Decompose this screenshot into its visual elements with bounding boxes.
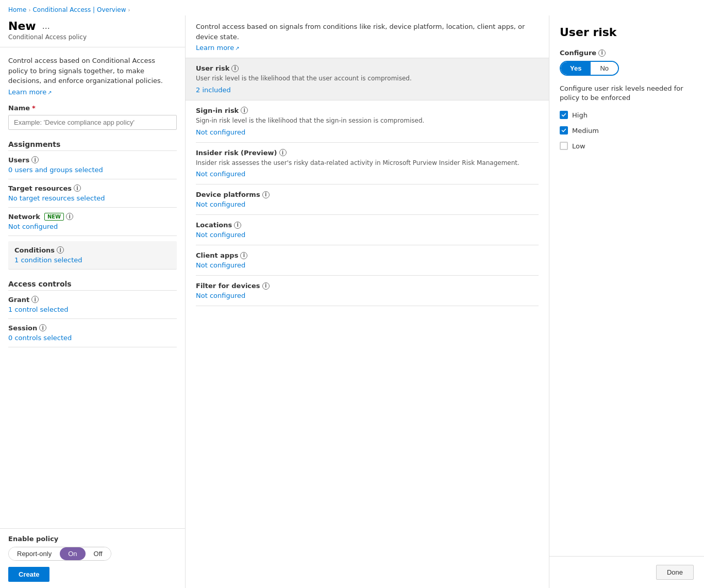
checkbox-label-low: Low [572, 142, 585, 150]
left-panel: New ... Conditional Access policy Contro… [0, 15, 186, 588]
condition-header-sign-in-risk: Sign-in riski [196, 107, 539, 114]
condition-value-device-platforms[interactable]: Not configured [196, 200, 539, 208]
configure-label: Configure i [560, 49, 694, 57]
condition-item-client-apps[interactable]: Client appsiNot configured [196, 245, 539, 276]
create-button[interactable]: Create [8, 567, 49, 582]
conditions-value[interactable]: 1 condition selected [14, 256, 171, 264]
left-learn-more[interactable]: Learn more [8, 88, 52, 96]
target-resources-info-icon: i [74, 184, 81, 192]
off-button[interactable]: Off [86, 547, 111, 560]
users-info-icon: i [31, 156, 39, 163]
risk-level-checkboxes: HighMediumLow [560, 111, 694, 150]
policy-name-input[interactable] [8, 115, 177, 130]
name-field-group: Name * [8, 104, 177, 130]
configure-description: Configure user risk levels needed for po… [560, 84, 694, 103]
yes-no-toggle: Yes No [560, 61, 619, 76]
session-value[interactable]: 0 controls selected [8, 334, 177, 342]
checkbox-item-medium: Medium [560, 126, 694, 135]
breadcrumb: Home › Conditional Access | Overview › [0, 0, 704, 15]
condition-header-device-platforms: Device platformsi [196, 191, 539, 198]
network-assignment: Network NEW i Not configured [8, 213, 177, 236]
condition-info-icon-locations: i [234, 222, 241, 229]
grant-value[interactable]: 1 control selected [8, 306, 177, 313]
enable-policy-label: Enable policy [8, 535, 177, 543]
condition-item-locations[interactable]: LocationsiNot configured [196, 215, 539, 245]
target-resources-label: Target resources i [8, 184, 177, 192]
done-button[interactable]: Done [656, 565, 694, 580]
condition-value-client-apps[interactable]: Not configured [196, 261, 539, 269]
condition-value-insider-risk[interactable]: Not configured [196, 170, 539, 178]
checkbox-label-high: High [572, 111, 588, 119]
condition-info-icon-filter-for-devices: i [262, 282, 270, 290]
condition-header-user-risk: User riski [196, 64, 539, 72]
breadcrumb-chevron-2: › [128, 7, 130, 13]
middle-content: User riskiUser risk level is the likelih… [186, 58, 549, 588]
page-subtitle: Conditional Access policy [8, 33, 177, 41]
enable-policy-bar: Enable policy Report-only On Off Create [0, 528, 185, 588]
right-panel: User risk Configure i Yes No Configure u… [549, 15, 704, 588]
condition-desc-insider-risk: Insider risk assesses the user's risky d… [196, 159, 539, 167]
condition-desc-sign-in-risk: Sign-in risk level is the likelihood tha… [196, 116, 539, 125]
checkbox-label-medium: Medium [572, 127, 599, 135]
network-value[interactable]: Not configured [8, 223, 177, 230]
condition-header-filter-for-devices: Filter for devicesi [196, 282, 539, 290]
condition-item-insider-risk[interactable]: Insider risk (Preview)iInsider risk asse… [196, 143, 539, 185]
right-panel-title: User risk [560, 26, 694, 39]
condition-info-icon-sign-in-risk: i [241, 107, 248, 114]
page-title: New [8, 20, 36, 32]
session-info-icon: i [39, 324, 46, 331]
on-button[interactable]: On [60, 547, 85, 560]
middle-description: Control access based on signals from con… [196, 22, 539, 42]
right-panel-footer: Done [549, 556, 704, 588]
checkbox-medium[interactable] [560, 126, 568, 135]
yes-button[interactable]: Yes [561, 62, 591, 75]
condition-header-client-apps: Client appsi [196, 251, 539, 259]
checkbox-low[interactable] [560, 142, 568, 150]
users-label: Users i [8, 156, 177, 164]
session-label: Session i [8, 324, 177, 332]
condition-header-insider-risk: Insider risk (Preview)i [196, 149, 539, 157]
condition-info-icon-device-platforms: i [262, 191, 270, 198]
page-title-row: New ... [8, 20, 177, 32]
left-panel-header: New ... Conditional Access policy [0, 15, 185, 47]
enable-policy-toggle: Report-only On Off [8, 547, 111, 561]
condition-value-sign-in-risk[interactable]: Not configured [196, 128, 539, 136]
middle-panel-header: Control access based on signals from con… [186, 15, 549, 58]
condition-value-locations[interactable]: Not configured [196, 231, 539, 239]
required-star: * [32, 104, 36, 112]
grant-label: Grant i [8, 296, 177, 304]
report-only-button[interactable]: Report-only [9, 547, 60, 560]
breadcrumb-chevron-1: › [28, 7, 30, 13]
condition-item-user-risk[interactable]: User riskiUser risk level is the likelih… [186, 58, 549, 100]
condition-value-filter-for-devices[interactable]: Not configured [196, 292, 539, 299]
conditions-label: Conditions i [14, 246, 171, 254]
access-controls-title: Access controls [8, 280, 177, 291]
condition-item-device-platforms[interactable]: Device platformsiNot configured [196, 184, 539, 215]
conditions-info-icon: i [57, 246, 64, 254]
checkbox-high[interactable] [560, 111, 568, 119]
condition-value-user-risk[interactable]: 2 included [196, 86, 539, 94]
network-label: Network NEW i [8, 213, 177, 221]
checkbox-item-low: Low [560, 142, 694, 150]
ellipsis-button[interactable]: ... [40, 21, 52, 31]
condition-item-sign-in-risk[interactable]: Sign-in riskiSign-in risk level is the l… [196, 100, 539, 143]
target-resources-assignment: Target resources i No target resources s… [8, 184, 177, 208]
conditions-box[interactable]: Conditions i 1 condition selected [8, 241, 177, 270]
breadcrumb-home[interactable]: Home [8, 6, 26, 13]
target-resources-value[interactable]: No target resources selected [8, 194, 177, 202]
assignments-title: Assignments [8, 140, 177, 151]
condition-desc-user-risk: User risk level is the likelihood that t… [196, 74, 539, 83]
users-value[interactable]: 0 users and groups selected [8, 166, 177, 174]
left-description: Control access based on Conditional Acce… [8, 56, 177, 86]
grant-assignment: Grant i 1 control selected [8, 296, 177, 319]
middle-panel: Control access based on signals from con… [186, 15, 549, 588]
left-panel-content: Control access based on Conditional Acce… [0, 47, 185, 528]
configure-info-icon: i [598, 49, 606, 57]
breadcrumb-conditional-access[interactable]: Conditional Access | Overview [32, 6, 126, 13]
name-label: Name * [8, 104, 177, 112]
no-button[interactable]: No [591, 62, 618, 75]
condition-info-icon-insider-risk: i [279, 149, 287, 156]
right-panel-content: User risk Configure i Yes No Configure u… [549, 15, 704, 556]
condition-item-filter-for-devices[interactable]: Filter for devicesiNot configured [196, 276, 539, 306]
middle-learn-more[interactable]: Learn more [196, 44, 240, 52]
